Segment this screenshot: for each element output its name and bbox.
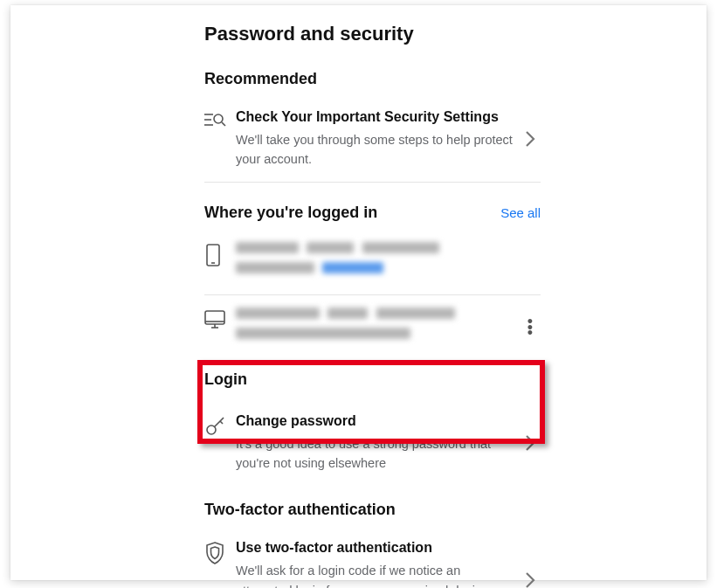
desktop-icon <box>204 308 236 330</box>
more-options-button[interactable]: ••• <box>520 319 541 336</box>
security-checkup-icon <box>204 108 236 131</box>
session-details-redacted <box>236 242 520 282</box>
row-two-factor[interactable]: Use two-factor authentication We'll ask … <box>204 529 541 588</box>
row-title: Check Your Important Security Settings <box>236 108 513 127</box>
row-title: Change password <box>236 412 513 431</box>
svg-point-3 <box>214 114 223 123</box>
page-title: Password and security <box>204 23 541 45</box>
section-header-label: Two-factor authentication <box>204 501 396 519</box>
section-header-recommended: Recommended <box>204 70 541 88</box>
settings-panel: Password and security Recommended Check … <box>10 5 707 580</box>
section-header-label: Where you're logged in <box>204 204 377 222</box>
svg-line-13 <box>220 421 223 424</box>
section-header-login: Login <box>204 370 541 389</box>
section-header-logged-in: Where you're logged in See all <box>204 204 541 222</box>
section-header-tfa: Two-factor authentication <box>204 501 541 519</box>
row-change-password[interactable]: Change password It's a good idea to use … <box>204 399 541 489</box>
row-title: Use two-factor authentication <box>236 539 513 557</box>
svg-line-4 <box>222 122 225 126</box>
chevron-right-icon <box>520 130 541 148</box>
svg-line-12 <box>215 418 224 427</box>
section-header-label: Login <box>204 370 247 389</box>
chevron-right-icon <box>520 571 541 588</box>
row-subtitle: It's a good idea to use a strong passwor… <box>236 434 513 474</box>
row-security-checkup[interactable]: Check Your Important Security Settings W… <box>204 99 541 182</box>
section-header-label: Recommended <box>204 70 317 88</box>
see-all-link[interactable]: See all <box>500 205 541 220</box>
more-vertical-icon: ••• <box>527 319 533 336</box>
session-details-redacted <box>236 308 520 348</box>
session-row-mobile[interactable] <box>204 232 541 294</box>
phone-icon <box>204 242 236 268</box>
chevron-right-icon <box>520 434 541 452</box>
shield-icon <box>204 539 236 565</box>
key-icon <box>204 412 236 437</box>
row-subtitle: We'll ask for a login code if we notice … <box>236 561 513 588</box>
content-column: Password and security Recommended Check … <box>204 23 541 588</box>
row-subtitle: We'll take you through some steps to hel… <box>236 130 513 169</box>
session-row-desktop[interactable]: ••• <box>204 294 541 360</box>
